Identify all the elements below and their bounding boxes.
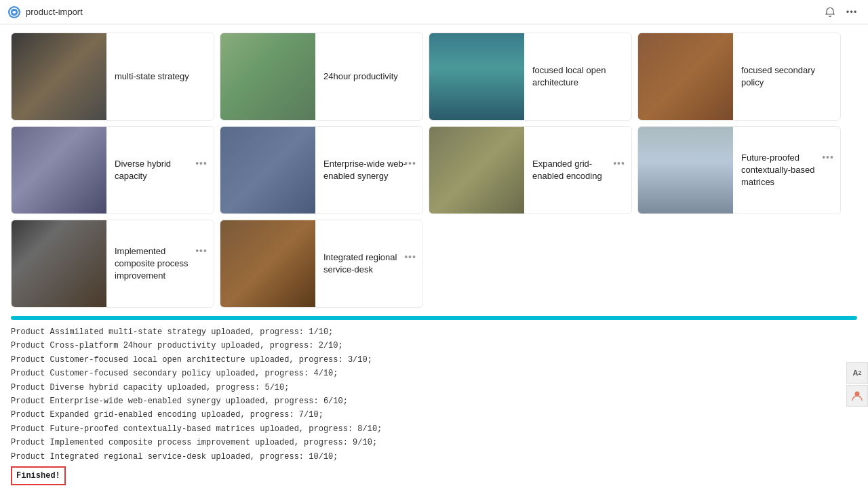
card-6-content: ••• Enterprise-wide web-enabled synergy	[315, 151, 422, 189]
topbar: product-import •••	[0, 0, 868, 24]
card-10: ••• Integrated regional service-desk	[220, 220, 423, 308]
log-area: Product Assimilated multi-state strategy…	[11, 325, 857, 485]
card-9-content: ••• Implemented composite process improv…	[106, 239, 214, 289]
card-8-thumbnail	[638, 126, 733, 214]
card-7-title: Expanded grid-enabled encoding	[532, 159, 602, 181]
user-avatar-icon[interactable]	[846, 385, 868, 407]
log-line-7: Product Expanded grid-enabled encoding u…	[11, 408, 857, 422]
card-9-thumbnail	[12, 220, 106, 308]
app-title: product-import	[26, 7, 83, 17]
card-1-content: multi-state strategy	[106, 64, 214, 89]
progress-bar-container	[11, 316, 857, 320]
card-5: ••• Diverse hybrid capacity	[11, 126, 214, 214]
card-5-thumbnail	[12, 126, 106, 214]
log-line-9: Product Implemented composite process im…	[11, 436, 857, 449]
card-3-title: focused local open architecture	[532, 65, 606, 87]
card-7-menu[interactable]: •••	[612, 157, 626, 170]
log-line-3: Product Customer-focused local open arch…	[11, 353, 857, 367]
card-6-thumbnail	[220, 126, 315, 214]
card-4-content: focused secondary policy	[733, 58, 840, 96]
card-1-thumbnail	[12, 33, 106, 121]
card-10-thumbnail	[220, 220, 315, 308]
card-4: focused secondary policy	[637, 33, 841, 121]
cards-row-1: multi-state strategy 24hour productivity…	[11, 33, 857, 121]
card-10-menu[interactable]: •••	[403, 250, 417, 264]
card-8-menu[interactable]: •••	[821, 150, 835, 164]
cards-row-3: ••• Implemented composite process improv…	[11, 220, 857, 308]
card-2-title: 24hour productivity	[323, 71, 398, 81]
card-7-content: ••• Expanded grid-enabled encoding	[524, 151, 631, 189]
more-options-icon[interactable]: •••	[844, 4, 860, 20]
card-3: focused local open architecture	[429, 33, 632, 121]
card-3-content: focused local open architecture	[524, 58, 631, 96]
log-line-8: Product Future-proofed contextually-base…	[11, 422, 857, 436]
card-9-menu[interactable]: •••	[195, 244, 208, 258]
card-8-content: ••• Future-proofed contextually-based ma…	[733, 145, 840, 196]
card-2: 24hour productivity	[220, 33, 423, 121]
card-9: ••• Implemented composite process improv…	[11, 220, 214, 308]
log-line-6: Product Enterprise-wide web-enabled syne…	[11, 394, 857, 408]
card-9-title: Implemented composite process improvemen…	[115, 246, 188, 281]
card-1-title: multi-state strategy	[115, 71, 189, 81]
progress-bar-fill	[11, 316, 857, 320]
card-6: ••• Enterprise-wide web-enabled synergy	[220, 126, 423, 214]
card-8: ••• Future-proofed contextually-based ma…	[637, 126, 841, 214]
card-6-menu[interactable]: •••	[403, 157, 417, 170]
app-logo	[8, 6, 20, 18]
card-4-title: focused secondary policy	[741, 65, 815, 87]
finished-badge: Finished!	[11, 466, 66, 485]
card-5-title: Diverse hybrid capacity	[115, 159, 171, 181]
cards-area: multi-state strategy 24hour productivity…	[0, 24, 868, 308]
log-line-5: Product Diverse hybrid capacity uploaded…	[11, 381, 857, 394]
log-line-10: Product Integrated regional service-desk…	[11, 450, 857, 464]
card-3-thumbnail	[429, 33, 524, 121]
card-8-title: Future-proofed contextually-based matric…	[741, 152, 814, 187]
card-5-content: ••• Diverse hybrid capacity	[106, 151, 214, 189]
card-7: ••• Expanded grid-enabled encoding	[429, 126, 632, 214]
notification-icon[interactable]	[822, 4, 838, 20]
main-content: multi-state strategy 24hour productivity…	[0, 24, 868, 488]
cards-row-2: ••• Diverse hybrid capacity ••• Enterpri…	[11, 126, 857, 214]
card-2-content: 24hour productivity	[315, 64, 422, 89]
log-line-4: Product Customer-focused secondary polic…	[11, 367, 857, 380]
card-10-title: Integrated regional service-desk	[323, 252, 397, 274]
card-6-title: Enterprise-wide web-enabled synergy	[323, 159, 406, 181]
card-1: multi-state strategy	[11, 33, 214, 121]
card-7-thumbnail	[429, 126, 524, 214]
translate-icon[interactable]: AZ	[846, 362, 868, 384]
card-10-content: ••• Integrated regional service-desk	[315, 245, 422, 283]
log-line-2: Product Cross-platform 24hour productivi…	[11, 339, 857, 352]
right-side-icons: AZ	[846, 362, 868, 407]
card-2-thumbnail	[220, 33, 315, 121]
card-4-thumbnail	[638, 33, 733, 121]
log-line-1: Product Assimilated multi-state strategy…	[11, 325, 857, 339]
card-5-menu[interactable]: •••	[195, 157, 208, 170]
